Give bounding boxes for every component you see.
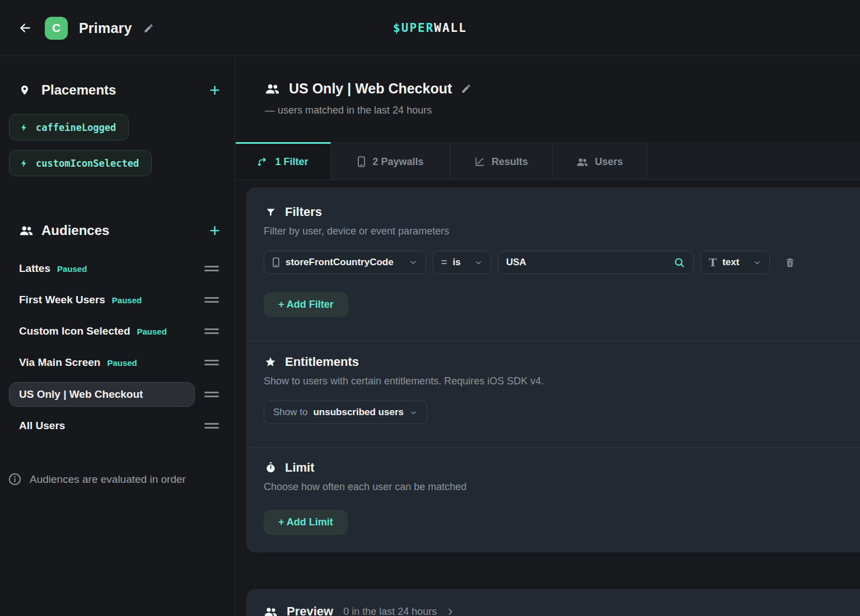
audience-page-subtitle: — users matched in the last 24 hours — [265, 105, 432, 116]
tab-results[interactable]: Results — [450, 142, 553, 180]
text-type-icon: T — [709, 256, 717, 269]
drag-handle[interactable] — [204, 358, 219, 368]
device-icon — [272, 257, 280, 267]
entitlements-subtitle: Show to users with certain entitlements.… — [264, 375, 856, 387]
chevron-right-icon — [446, 607, 455, 616]
tab-label: 1 Filter — [275, 156, 308, 168]
entitlements-section: Entitlements Show to users with certain … — [247, 341, 860, 448]
paused-badge: Paused — [57, 264, 87, 274]
audience-label: All Users — [19, 420, 65, 432]
pencil-icon — [143, 23, 154, 34]
add-limit-button[interactable]: + Add Limit — [264, 510, 348, 535]
add-placement-button[interactable]: + — [209, 81, 220, 99]
audience-label: Via Main Screen — [19, 356, 100, 369]
audience-settings-card: Filters Filter by user, device or event … — [246, 187, 860, 552]
users-icon — [19, 225, 34, 236]
audiences-title: Audiences — [41, 223, 109, 238]
location-pin-icon — [19, 83, 34, 97]
operator-dropdown[interactable]: = is — [433, 251, 491, 274]
chevron-down-icon — [474, 258, 483, 267]
users-icon — [576, 157, 588, 167]
tab-users[interactable]: Users — [553, 142, 647, 180]
preview-subtitle: 0 in the last 24 hours — [343, 606, 437, 616]
filters-title: Filters — [285, 205, 322, 219]
tab-label: Results — [492, 156, 528, 168]
arrow-left-icon — [18, 21, 32, 35]
back-button[interactable] — [17, 20, 34, 36]
avatar[interactable]: C — [45, 17, 68, 40]
star-icon — [264, 356, 277, 368]
content-area: Filters Filter by user, device or event … — [236, 180, 860, 616]
tab-label: 2 Paywalls — [372, 156, 423, 168]
paused-badge: Paused — [112, 295, 142, 305]
drag-handle[interactable] — [204, 389, 219, 399]
limit-title: Limit — [285, 460, 315, 475]
phone-icon — [357, 156, 366, 167]
note-text: Audiences are evaluated in order — [30, 473, 186, 486]
audience-item-first-week-users[interactable]: First Week UsersPaused — [9, 284, 226, 316]
project-title: Primary — [79, 20, 132, 36]
filter-row: storeFrontCountryCode = is — [264, 251, 856, 274]
placement-item-customiconselected[interactable]: customIconSelected — [9, 150, 152, 176]
entitlements-title: Entitlements — [285, 355, 359, 369]
filter-branch-icon — [258, 156, 269, 167]
chevron-down-icon — [409, 258, 418, 267]
audience-item-via-main-screen[interactable]: Via Main ScreenPaused — [9, 347, 226, 378]
operator-value: is — [453, 257, 469, 268]
placement-label: customIconSelected — [36, 158, 139, 169]
main-header: US Only | Web Checkout — users matched i… — [236, 57, 860, 142]
top-bar: C Primary $UPERWALL — [0, 0, 860, 56]
audience-item-all-users[interactable]: All Users — [9, 410, 226, 441]
placement-item-caffeinelogged[interactable]: caffeineLogged — [9, 114, 129, 140]
preview-card[interactable]: Preview 0 in the last 24 hours — [246, 589, 860, 616]
drag-handle[interactable] — [204, 295, 219, 305]
sidebar: Placements + caffeineLogged customIconSe… — [0, 57, 235, 616]
drag-handle[interactable] — [204, 326, 219, 336]
limit-section: Limit Choose how often each user can be … — [247, 448, 860, 552]
audience-label: Lattes — [19, 262, 50, 275]
tab-bar: 1 Filter 2 Paywalls Results Users — [236, 142, 860, 180]
audience-item-us-only-web-checkout[interactable]: US Only | Web Checkout — [9, 379, 226, 410]
add-filter-button[interactable]: + Add Filter — [264, 292, 348, 317]
tab-filter[interactable]: 1 Filter — [236, 142, 331, 180]
audience-page-title: US Only | Web Checkout — [289, 81, 452, 97]
tab-bar-filler — [647, 142, 860, 180]
chart-icon — [474, 156, 485, 167]
parameter-dropdown[interactable]: storeFrontCountryCode — [264, 251, 426, 274]
audience-item-lattes[interactable]: LattesPaused — [9, 253, 226, 284]
placement-label: caffeineLogged — [36, 122, 116, 133]
show-to-dropdown[interactable]: Show to unsubscribed users — [264, 401, 427, 424]
add-audience-button[interactable]: + — [209, 222, 220, 239]
limit-subtitle: Choose how often each user can be matche… — [264, 481, 856, 493]
edit-project-button[interactable] — [143, 23, 154, 34]
users-icon — [264, 606, 278, 616]
logo-accent-text: $UPER — [393, 21, 434, 35]
show-to-label: Show to — [273, 407, 307, 418]
audience-label: Custom Icon Selected — [19, 325, 130, 337]
trash-icon — [784, 257, 796, 269]
chevron-down-icon — [753, 258, 761, 267]
type-dropdown[interactable]: T text — [700, 251, 770, 274]
lightning-icon — [20, 123, 29, 132]
audiences-order-note: Audiences are evaluated in order — [8, 472, 186, 486]
tab-paywalls[interactable]: 2 Paywalls — [331, 142, 450, 180]
logo-rest-text: WALL — [434, 21, 467, 35]
placements-header: Placements + — [0, 79, 235, 101]
delete-filter-button[interactable] — [784, 257, 796, 269]
drag-handle[interactable] — [204, 421, 219, 431]
lightning-icon — [20, 159, 29, 168]
chevron-down-icon — [409, 408, 418, 417]
filters-subtitle: Filter by user, device or event paramete… — [264, 225, 856, 237]
placements-title: Placements — [41, 82, 116, 98]
edit-audience-name-button[interactable] — [461, 83, 471, 94]
search-icon[interactable] — [674, 257, 685, 269]
audience-label: US Only | Web Checkout — [19, 388, 143, 401]
audiences-header: Audiences + — [0, 219, 235, 242]
equals-icon: = — [441, 257, 447, 269]
audience-item-custom-icon-selected[interactable]: Custom Icon SelectedPaused — [9, 316, 226, 347]
drag-handle[interactable] — [204, 264, 219, 274]
show-to-value: unsubscribed users — [313, 407, 404, 418]
audience-label: First Week Users — [19, 294, 105, 306]
paused-badge: Paused — [107, 358, 137, 368]
filter-value-input[interactable] — [506, 257, 668, 268]
